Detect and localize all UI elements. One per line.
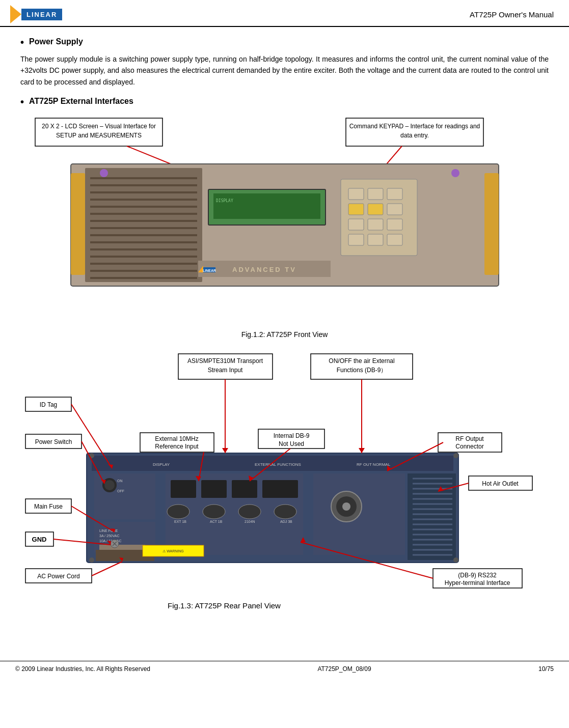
svg-rect-104: [232, 480, 257, 498]
svg-rect-12: [484, 173, 499, 275]
svg-text:Command KEYPAD – Interface for: Command KEYPAD – Interface for readings …: [349, 123, 480, 130]
svg-rect-36: [348, 204, 364, 215]
power-supply-section: • Power Supply The power supply module i…: [20, 37, 549, 88]
svg-point-107: [203, 505, 225, 519]
svg-text:RF Output: RF Output: [455, 435, 484, 442]
svg-rect-102: [171, 480, 196, 498]
svg-text:data entry.: data entry.: [400, 132, 429, 139]
bullet-dot: •: [20, 37, 24, 47]
svg-rect-41: [387, 219, 402, 230]
svg-text:ASI/SMPTE310M Transport: ASI/SMPTE310M Transport: [187, 357, 263, 365]
svg-text:GND: GND: [32, 536, 47, 543]
svg-text:3A / 250VAC: 3A / 250VAC: [99, 534, 120, 538]
svg-rect-38: [387, 204, 402, 215]
svg-rect-40: [368, 219, 383, 230]
svg-text:Functions (DB-9）: Functions (DB-9）: [337, 367, 387, 374]
svg-point-89: [104, 480, 115, 490]
svg-text:(DB-9) RS232: (DB-9) RS232: [458, 572, 497, 579]
svg-rect-105: [262, 480, 298, 498]
svg-text:Hot Air Outlet: Hot Air Outlet: [482, 480, 519, 487]
bullet-dot-2: •: [20, 97, 24, 107]
footer-copyright: © 2009 Linear Industries, Inc. All Right…: [15, 665, 150, 673]
svg-rect-30: [213, 193, 320, 219]
interfaces-section: • AT725P External Interfaces 20 X 2 - LC…: [20, 97, 549, 635]
svg-text:DISPLAY: DISPLAY: [216, 199, 233, 203]
svg-point-109: [274, 505, 296, 519]
manual-title: AT725P Owner's Manual: [470, 10, 554, 19]
front-view-label: Fig.1.2: AT725P Front View: [25, 330, 545, 339]
svg-point-139: [89, 557, 94, 563]
svg-rect-103: [201, 480, 227, 498]
company-logo: LINEAR: [10, 5, 62, 23]
footer-page: 10/75: [538, 665, 554, 673]
svg-rect-33: [348, 188, 364, 200]
svg-point-106: [167, 505, 189, 519]
svg-rect-96: [99, 545, 145, 550]
svg-point-50: [451, 169, 459, 177]
svg-point-138: [453, 453, 458, 458]
svg-text:⚠ WARNING: ⚠ WARNING: [162, 549, 184, 553]
svg-text:RF OUT NORMAL: RF OUT NORMAL: [357, 462, 391, 467]
page-footer: © 2009 Linear Industries, Inc. All Right…: [0, 661, 569, 677]
front-view-section: 20 X 2 - LCD Screen – Visual Interface f…: [20, 113, 549, 339]
svg-marker-142: [222, 448, 228, 453]
svg-text:ID Tag: ID Tag: [40, 401, 57, 408]
svg-text:ACT 1B: ACT 1B: [210, 520, 223, 523]
svg-text:Fig.1.3: AT725P Rear Panel Vie: Fig.1.3: AT725P Rear Panel View: [168, 601, 281, 610]
svg-text:Main Fuse: Main Fuse: [34, 503, 63, 510]
svg-text:External 10MHz: External 10MHz: [155, 435, 198, 442]
logo-text: LINEAR: [21, 9, 62, 20]
svg-text:ON/OFF the air External: ON/OFF the air External: [329, 357, 394, 365]
svg-text:EXTERNAL FUNCTIONS: EXTERNAL FUNCTIONS: [255, 462, 301, 467]
svg-rect-118: [408, 473, 456, 560]
svg-text:Reference Input: Reference Input: [155, 443, 199, 450]
rear-view-section: ASI/SMPTE310M Transport Stream Input ON/…: [20, 349, 549, 635]
svg-text:Not Used: Not Used: [279, 440, 304, 447]
main-content: • Power Supply The power supply module i…: [0, 27, 569, 656]
svg-rect-34: [368, 188, 383, 200]
svg-text:ON: ON: [117, 479, 123, 483]
footer-doc-id: AT725P_OM_08/09: [317, 665, 371, 673]
power-supply-heading: • Power Supply: [20, 37, 549, 47]
svg-text:2104N: 2104N: [245, 520, 255, 523]
svg-line-161: [92, 562, 122, 576]
svg-point-108: [238, 505, 261, 519]
svg-rect-44: [387, 234, 402, 245]
svg-text:ADJ 3B: ADJ 3B: [280, 520, 292, 523]
svg-text:OFF: OFF: [117, 489, 124, 493]
svg-rect-11: [71, 173, 85, 275]
svg-text:Hyper-terminal Interface: Hyper-terminal Interface: [445, 579, 510, 586]
svg-rect-43: [368, 234, 383, 245]
svg-text:AC Power Cord: AC Power Cord: [37, 573, 79, 580]
svg-text:Power Switch: Power Switch: [35, 438, 72, 445]
front-view-svg: 20 X 2 - LCD Screen – Visual Interface f…: [25, 113, 545, 327]
svg-text:Connector: Connector: [455, 443, 483, 450]
rear-view-svg: ASI/SMPTE310M Transport Stream Input ON/…: [20, 349, 560, 634]
svg-text:LINE FUSE: LINE FUSE: [99, 529, 118, 533]
svg-point-51: [100, 169, 108, 177]
svg-rect-42: [348, 234, 364, 245]
svg-point-117: [342, 502, 350, 511]
svg-text:EXT 1B: EXT 1B: [174, 520, 186, 523]
svg-text:LINEAR: LINEAR: [202, 269, 215, 272]
svg-text:SETUP and MEASUREMENTS: SETUP and MEASUREMENTS: [56, 132, 142, 139]
power-supply-text: The power supply module is a switching p…: [20, 53, 549, 88]
interfaces-heading: • AT725P External Interfaces: [20, 97, 549, 107]
svg-rect-37: [368, 204, 383, 215]
svg-text:ADVANCED TV: ADVANCED TV: [232, 266, 296, 273]
page-header: LINEAR AT725P Owner's Manual: [0, 0, 569, 27]
svg-marker-144: [359, 448, 365, 453]
svg-rect-35: [387, 188, 402, 200]
svg-text:Internal DB-9: Internal DB-9: [274, 432, 310, 439]
svg-point-140: [453, 557, 458, 563]
svg-rect-39: [348, 219, 364, 230]
svg-text:20 X 2 - LCD Screen – Visual I: 20 X 2 - LCD Screen – Visual Interface f…: [42, 123, 156, 130]
svg-text:Stream Input: Stream Input: [208, 367, 243, 374]
svg-text:DISPLAY: DISPLAY: [153, 462, 170, 467]
